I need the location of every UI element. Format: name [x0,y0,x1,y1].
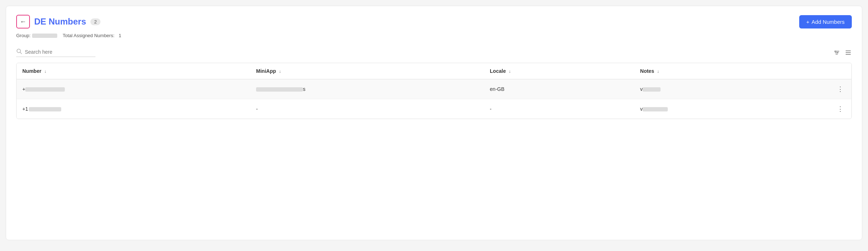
add-numbers-button[interactable]: + Add Numbers [799,15,852,28]
group-value-blurred [32,34,57,38]
number-blurred-2 [29,107,61,111]
cell-miniapp-1: s [250,79,484,99]
cell-actions-1: ⋮ [785,79,851,99]
row-actions-button-2[interactable]: ⋮ [835,104,846,114]
back-button[interactable]: ← [16,15,30,28]
filter-button[interactable] [833,49,840,56]
notes-prefix-2: v [640,106,643,112]
col-header-number[interactable]: Number ↓ [17,63,250,79]
add-icon: + [806,19,810,25]
col-header-actions [785,63,851,79]
notes-blurred-1 [643,87,661,92]
miniapp-blurred-1 [256,87,303,92]
notes-prefix-1: v [640,86,643,92]
group-label: Group: [16,33,31,38]
sort-arrow-number: ↓ [44,69,46,74]
total-value: 1 [118,33,121,38]
number-prefix-2: +1 [22,106,28,112]
cell-actions-2: ⋮ [785,99,851,119]
search-input[interactable] [25,49,95,55]
cell-notes-1: v [634,79,784,99]
sort-arrow-miniapp: ↓ [279,69,281,74]
number-blurred-1 [25,87,65,92]
filter-icons-group [833,49,852,56]
notes-blurred-2 [643,107,668,111]
cell-locale-1: en-GB [484,79,634,99]
cell-miniapp-2: - [250,99,484,119]
search-filter-row [16,48,852,57]
count-badge: 2 [90,18,100,25]
numbers-table: Number ↓ MiniApp ↓ Locale ↓ Notes ↓ [16,63,852,119]
table-header-row: Number ↓ MiniApp ↓ Locale ↓ Notes ↓ [17,63,851,79]
menu-button[interactable] [845,49,852,56]
col-header-locale[interactable]: Locale ↓ [484,63,634,79]
miniapp-suffix-1: s [303,86,305,92]
cell-number-1: + [17,79,250,99]
total-label: Total Assigned Numbers: [63,33,115,38]
table-row: + s en-GB v ⋮ [17,79,851,99]
svg-point-5 [835,51,836,52]
back-arrow-icon: ← [20,18,26,26]
table-row: +1 - - v ⋮ [17,99,851,119]
col-header-notes[interactable]: Notes ↓ [634,63,784,79]
svg-line-1 [20,52,22,54]
cell-number-2: +1 [17,99,250,119]
add-numbers-label: Add Numbers [811,19,845,25]
number-prefix-1: + [22,86,25,92]
sort-arrow-locale: ↓ [509,69,511,74]
page-title: DE Numbers [34,17,86,27]
subtitle-row: Group: Total Assigned Numbers: 1 [16,33,852,38]
search-wrapper [16,48,95,57]
cell-locale-2: - [484,99,634,119]
row-actions-button-1[interactable]: ⋮ [835,84,846,94]
col-header-miniapp[interactable]: MiniApp ↓ [250,63,484,79]
cell-notes-2: v [634,99,784,119]
sort-arrow-notes: ↓ [657,69,659,74]
search-icon [16,48,22,55]
svg-point-6 [837,52,838,53]
